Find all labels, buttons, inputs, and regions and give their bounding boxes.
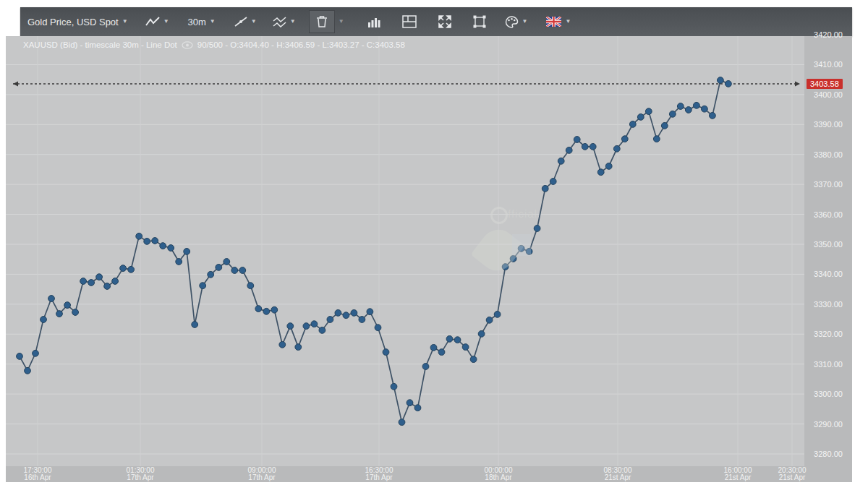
data-point <box>629 121 636 128</box>
data-point <box>574 137 580 143</box>
x-axis-label: 20:30:0021st Apr <box>778 467 807 481</box>
data-point <box>279 341 286 348</box>
y-axis-label: 3410.00 <box>804 60 852 69</box>
data-point <box>56 311 63 317</box>
price-axis[interactable]: 3403.58 3420.003410.003400.003390.003380… <box>804 36 852 482</box>
data-point <box>582 144 588 150</box>
y-axis-label: 3310.00 <box>804 360 852 369</box>
data-point <box>343 312 349 319</box>
indicators-button[interactable] <box>367 16 380 27</box>
data-point <box>120 265 127 272</box>
timeframe-selector[interactable]: 30m ▼ <box>188 17 216 27</box>
y-axis-label: 3340.00 <box>804 270 852 278</box>
data-point <box>33 350 39 356</box>
data-point <box>494 312 501 318</box>
data-point <box>176 259 182 265</box>
x-axis-label: 09:00:0017th Apr <box>248 467 276 481</box>
data-point <box>192 322 198 328</box>
data-point <box>287 323 294 330</box>
data-point <box>239 267 246 274</box>
data-point <box>470 356 477 363</box>
palette-icon <box>505 16 519 28</box>
fullscreen-button[interactable] <box>438 15 451 28</box>
y-axis-label: 3300.00 <box>804 390 852 398</box>
y-axis-label: 3400.00 <box>804 90 852 99</box>
data-point <box>247 283 254 289</box>
data-point <box>41 317 47 323</box>
time-axis[interactable]: 17:30:0016th Apr01:30:0017th Apr09:00:00… <box>6 466 804 482</box>
data-point <box>128 266 135 272</box>
symbol-selector[interactable]: Gold Price, USD Spot ▼ <box>27 17 128 27</box>
language-selector[interactable]: ▼ <box>546 17 571 27</box>
data-point <box>399 419 405 426</box>
x-axis-label: 00:00:0018th Apr <box>485 467 513 481</box>
chart-toolbar: Gold Price, USD Spot ▼ ▼ 30m ▼ ▼ ▼ <box>20 7 852 36</box>
x-axis-label: 01:30:0017th Apr <box>127 467 155 481</box>
histogram-icon <box>367 16 380 27</box>
chart-plot-area[interactable]: fficial XAUUSD (Bid) - timescale 30m - L… <box>6 36 805 468</box>
data-point <box>462 344 469 351</box>
price-line <box>20 80 728 422</box>
data-point <box>136 233 142 239</box>
data-point <box>613 145 620 152</box>
data-point <box>430 345 437 351</box>
uk-flag-icon <box>546 17 561 27</box>
chevron-down-icon: ▼ <box>122 19 128 25</box>
data-point <box>200 283 206 289</box>
x-axis-label: 16:30:0017th Apr <box>365 467 393 481</box>
chart-svg <box>6 36 804 466</box>
selection-frame-button[interactable] <box>473 15 486 28</box>
data-point <box>311 321 318 327</box>
y-axis-label: 3330.00 <box>804 300 852 309</box>
data-point <box>694 102 700 108</box>
data-point <box>303 323 310 330</box>
data-point <box>184 249 190 255</box>
data-point <box>88 280 95 286</box>
frame-select-icon <box>473 15 486 28</box>
last-price-arrow-left <box>13 82 18 87</box>
expand-icon <box>438 15 451 28</box>
data-point <box>17 353 23 360</box>
data-point <box>438 349 445 356</box>
y-axis-label: 3350.00 <box>804 240 852 249</box>
data-point <box>590 144 596 150</box>
data-point <box>391 383 397 390</box>
delete-drawings-button[interactable]: ▼ <box>309 10 344 33</box>
data-point <box>96 274 103 280</box>
data-point <box>653 136 660 142</box>
chevron-down-icon: ▼ <box>163 19 169 25</box>
data-point <box>422 364 429 370</box>
theme-selector[interactable]: ▼ <box>505 16 528 28</box>
trendline-tool-button[interactable]: ▼ <box>234 16 257 27</box>
data-point <box>263 308 270 314</box>
chevron-down-icon: ▼ <box>251 19 257 25</box>
data-point <box>375 325 381 331</box>
y-axis-label: 3380.00 <box>804 150 852 159</box>
data-point <box>224 259 230 265</box>
last-price-arrow-right <box>795 82 800 87</box>
data-point <box>726 81 732 87</box>
chevron-down-icon: ▼ <box>210 19 216 25</box>
x-axis-label: 17:30:0016th Apr <box>24 467 52 481</box>
data-point <box>383 349 389 356</box>
chevron-down-icon: ▼ <box>565 19 571 25</box>
data-point <box>25 367 31 374</box>
layout-button[interactable] <box>402 15 417 28</box>
data-point <box>112 278 119 285</box>
data-point <box>621 136 628 142</box>
data-point <box>104 283 111 290</box>
data-point <box>550 179 556 185</box>
chart-type-selector[interactable]: ▼ <box>145 16 169 27</box>
y-axis-label: 3420.00 <box>804 30 852 39</box>
data-point <box>645 108 652 115</box>
data-point <box>72 309 79 316</box>
data-point <box>510 256 516 262</box>
y-axis-label: 3280.00 <box>804 450 852 458</box>
data-point <box>295 344 302 351</box>
data-point <box>566 147 572 154</box>
compare-tool-button[interactable]: ▼ <box>273 16 296 27</box>
x-axis-label: 08:30:0021st Apr <box>604 467 632 481</box>
y-axis-label: 3360.00 <box>804 210 852 219</box>
chevron-down-icon: ▼ <box>290 19 296 25</box>
eye-icon[interactable] <box>182 41 193 49</box>
